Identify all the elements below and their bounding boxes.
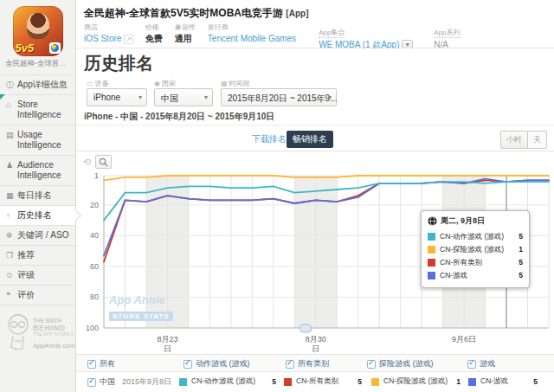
speech-bubble-icon: ❝: [6, 290, 16, 300]
legend-series-row: 中国 2015年9月8日 CN-动作游戏 (游戏) 5 CN-所有类别 5 CN…: [76, 372, 554, 392]
device-dropdown[interactable]: iPhone: [87, 88, 147, 106]
tooltip-row: CN-游戏 5: [428, 269, 523, 282]
meta-series: App系列 N/A: [434, 22, 460, 51]
store-icon: ⌂: [6, 100, 16, 110]
svg-text:1: 1: [94, 171, 99, 180]
publisher-link[interactable]: Tencent Mobile Games: [208, 32, 296, 45]
sidebar-nav: ⓘApp详细信息 ⌂Store Intelligence ▤Usage Inte…: [0, 74, 75, 305]
calendar-icon: ▦: [6, 190, 16, 201]
sidebar-item-ratings[interactable]: ✩评级: [0, 265, 75, 285]
meta-compat: 兼容性 通用: [175, 22, 196, 51]
granularity-day-button[interactable]: 天: [528, 131, 547, 149]
sidebar-item-history-rank[interactable]: ↑历史排名: [0, 205, 75, 225]
app-icon-5v5-text: 5v5: [16, 42, 35, 55]
series-swatch: [371, 378, 379, 386]
sidebar-item-audience-intelligence[interactable]: ♟Audience Intelligence: [0, 155, 75, 185]
meta-collection: App集合 WE MOBA (1 款App) ▼: [319, 22, 413, 51]
checkbox-checked-icon[interactable]: [286, 360, 294, 369]
range-slider-handle: [300, 325, 312, 332]
granularity-switch: 小时 天: [500, 131, 547, 149]
sidebar-item-daily-rank[interactable]: ▦每日排名: [0, 185, 75, 205]
legend-series-action: CN-动作游戏 (游戏) 5: [179, 376, 276, 387]
series-swatch: [428, 246, 435, 254]
svg-text:60: 60: [90, 262, 99, 271]
globe-icon: ◉: [154, 80, 160, 87]
sidebar-item-store-intelligence[interactable]: ⌂Store Intelligence: [0, 94, 75, 125]
checkbox-checked-icon[interactable]: [467, 360, 476, 369]
audience-icon: ♟: [6, 160, 16, 170]
meta-publisher: 发行商 Tencent Mobile Games: [208, 22, 296, 51]
legend-date: 2015年9月8日: [122, 376, 171, 388]
series-swatch: [428, 259, 435, 267]
tab-bar: 下载排名 畅销排名 小时 天: [76, 125, 554, 151]
info-icon: ⓘ: [6, 80, 16, 90]
svg-text:8月23: 8月23: [157, 335, 177, 344]
sidebar-item-featured[interactable]: ❐推荐: [0, 245, 75, 265]
device-icon: ▭: [87, 80, 93, 87]
key-icon: ✲: [6, 230, 16, 241]
rank-history-chart[interactable]: ⟲ 1204060801008月23日8月30日9月6日 App Annie S…: [76, 151, 554, 354]
svg-text:9月6日: 9月6日: [452, 335, 476, 344]
granularity-hour-button[interactable]: 小时: [500, 131, 528, 149]
device-filter-label: ▭设备: [87, 79, 109, 88]
series-swatch: [428, 272, 435, 280]
period-filter-label: ▦时间段: [221, 79, 250, 88]
legend-series-adventure: CN-探险游戏 (游戏) 1: [371, 376, 461, 387]
main-content: 历史排名 ▭设备 ◉国家 ▦时间段 iPhone 中国 2015年8月20日 ~…: [76, 48, 554, 392]
series-swatch: [284, 378, 292, 386]
sidebar-footer: THE MATH BEHIND THE APP STORES AppAnnie.…: [0, 305, 75, 363]
chart-toolbar: ⟲: [83, 155, 112, 169]
undo-zoom-icon[interactable]: ⟲: [83, 157, 91, 168]
tab-download-rank[interactable]: 下载排名: [246, 131, 293, 148]
checkbox-checked-icon[interactable]: [367, 360, 376, 369]
svg-text:80: 80: [90, 292, 99, 301]
series-swatch: [428, 233, 435, 241]
svg-text:日: 日: [312, 344, 319, 353]
meta-store: 商店 iOS Store ↗: [84, 22, 133, 51]
bookmark-icon: ❐: [6, 250, 16, 260]
sidebar-item-reviews[interactable]: ❝评价: [0, 285, 75, 305]
tooltip-title: 周二, 9月8日: [428, 215, 523, 227]
globe-icon: [428, 216, 437, 226]
legend-toggle-all[interactable]: 所有: [87, 358, 115, 370]
legend-toggle-games[interactable]: 游戏: [467, 358, 495, 370]
tab-grossing-rank[interactable]: 畅销排名: [287, 131, 333, 148]
sidebar: 5v5 全民超神-全球首款5V5... ⓘApp详细信息 ⌂Store Inte…: [0, 0, 76, 392]
page-title: 历史排名: [84, 52, 153, 75]
sidebar-footer-tagline: THE MATH BEHIND THE APP STORES AppAnnie.…: [33, 312, 75, 350]
svg-text:40: 40: [90, 231, 99, 240]
compat-value: 通用: [175, 32, 196, 45]
tencent-logo-icon: [49, 42, 61, 54]
appannie-mascot-icon: [3, 312, 33, 357]
svg-text:8月30: 8月30: [306, 335, 326, 344]
sidebar-app-name: 全民超神-全球首款5V5...: [0, 59, 75, 74]
legend-category-row: 所有 动作游戏 (游戏) 所有类别 探险游戏 (游戏) 游戏: [76, 354, 554, 372]
star-icon: ✩: [6, 270, 16, 280]
arrow-up-icon: ↑: [6, 210, 16, 221]
legend-toggle-all-categories[interactable]: 所有类别: [286, 358, 329, 370]
period-dropdown[interactable]: 2015年8月20日 ~ 2015年9...: [221, 88, 337, 106]
checkbox-checked-icon[interactable]: [184, 360, 192, 369]
price-value: 免费: [145, 32, 163, 45]
external-link-icon: ↗: [124, 35, 133, 44]
app-header: 全民超神-全球首款5V5实时MOBA电竞手游 [App] 商店 iOS Stor…: [76, 0, 554, 48]
app-annie-window: 5v5 全民超神-全球首款5V5... ⓘApp详细信息 ⌂Store Inte…: [0, 0, 554, 392]
checkbox-checked-icon[interactable]: [87, 378, 96, 387]
legend-toggle-adventure-games[interactable]: 探险游戏 (游戏): [367, 358, 434, 370]
app-title: 全民超神-全球首款5V5实时MOBA电竞手游 [App]: [84, 6, 308, 21]
sidebar-item-app-details[interactable]: ⓘApp详细信息: [0, 74, 75, 94]
appannie-site-label: AppAnnie.com: [33, 343, 75, 350]
tooltip-row: CN-动作游戏 (游戏) 5: [428, 230, 523, 243]
sidebar-item-keywords-aso[interactable]: ✲关键词 / ASO: [0, 225, 75, 245]
legend-toggle-action-games[interactable]: 动作游戏 (游戏): [184, 358, 250, 370]
ios-store-link[interactable]: iOS Store ↗: [84, 32, 133, 46]
country-dropdown[interactable]: 中国: [154, 88, 213, 106]
svg-text:日: 日: [164, 344, 171, 353]
tooltip-row: CN-所有类别 5: [428, 256, 523, 269]
calendar-small-icon: ▦: [221, 80, 228, 87]
zoom-button[interactable]: [95, 155, 112, 169]
checkbox-checked-icon[interactable]: [87, 360, 96, 369]
legend-toggle-china[interactable]: 中国 2015年9月8日: [87, 376, 171, 388]
meta-price: 价格 免费: [145, 22, 163, 51]
sidebar-item-usage-intelligence[interactable]: ▤Usage Intelligence: [0, 125, 75, 155]
